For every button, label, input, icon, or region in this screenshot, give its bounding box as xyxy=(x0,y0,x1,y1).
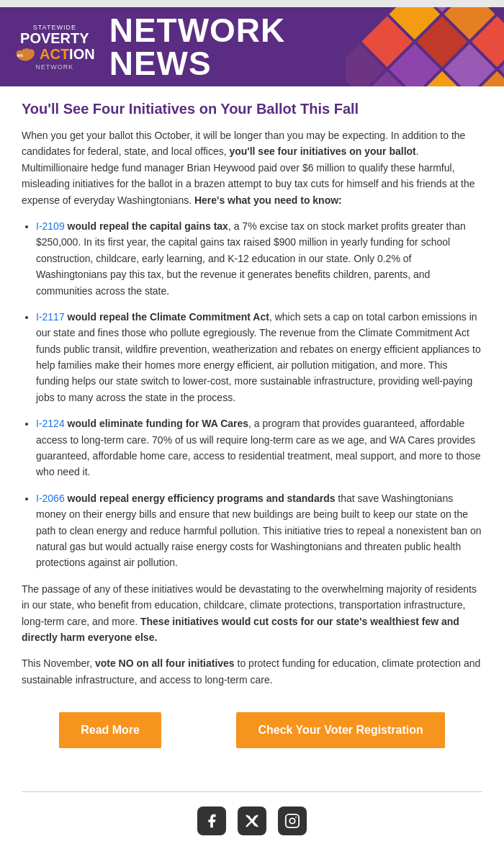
logo-statewide: Statewide xyxy=(33,24,76,31)
facebook-icon[interactable] xyxy=(197,807,226,835)
instagram-icon[interactable] xyxy=(278,807,307,835)
logo-network: NETWORK xyxy=(35,63,73,71)
list-item: I-2066 would repeal energy efficiency pr… xyxy=(36,490,482,571)
list-item: I-2109 would repeal the capital gains ta… xyxy=(36,218,482,299)
button-row: Read More Check Your Voter Registration xyxy=(22,705,482,755)
check-voter-button[interactable]: Check Your Voter Registration xyxy=(236,712,444,748)
intro-bold-1: you'll see four initiatives on your ball… xyxy=(229,145,415,157)
initiatives-list: I-2109 would repeal the capital gains ta… xyxy=(36,218,482,571)
i2109-bold: would repeal the capital gains tax xyxy=(68,220,228,232)
i2117-bold: would repeal the Climate Commitment Act xyxy=(68,311,269,323)
svg-rect-1 xyxy=(286,814,299,827)
article-title: You'll See Four Initiatives on Your Ball… xyxy=(22,101,482,117)
main-content: You'll See Four Initiatives on Your Ball… xyxy=(0,86,504,791)
i2124-link[interactable]: I-2124 xyxy=(36,418,65,429)
intro-bold-2: Here's what you need to know: xyxy=(194,194,342,206)
header-title-block: NETWORK NEWS xyxy=(109,14,504,80)
header-title: NETWORK NEWS xyxy=(109,14,504,80)
i2066-bold: would repeal energy efficiency programs … xyxy=(68,493,336,504)
logo-action: WA ACT ION xyxy=(14,45,95,63)
svg-point-3 xyxy=(295,817,297,818)
logo-act: ACT xyxy=(40,46,69,63)
list-item: I-2117 would repeal the Climate Commitme… xyxy=(36,309,482,405)
cta-normal: This November, xyxy=(22,657,95,669)
i2109-link[interactable]: I-2109 xyxy=(36,220,65,232)
intro-paragraph: When you get your ballot this October, i… xyxy=(22,127,482,208)
logo-poverty: POVERTY xyxy=(20,31,89,45)
header: Statewide POVERTY WA ACT ION NETWORK NET… xyxy=(0,7,504,86)
social-icons xyxy=(22,807,482,835)
svg-text:WA: WA xyxy=(17,53,24,58)
cta-bold: vote NO on all four initiatives xyxy=(95,657,235,669)
i2066-link[interactable]: I-2066 xyxy=(36,493,65,504)
svg-point-2 xyxy=(289,818,294,823)
i2117-link[interactable]: I-2117 xyxy=(36,311,65,323)
logo-block: Statewide POVERTY WA ACT ION NETWORK xyxy=(0,13,109,81)
footer: Statewide Poverty Action Network 1501 N … xyxy=(0,792,504,849)
read-more-button[interactable]: Read More xyxy=(59,712,161,748)
list-item: I-2124 would eliminate funding for WA Ca… xyxy=(36,415,482,480)
twitter-icon[interactable] xyxy=(238,807,266,835)
passage-paragraph: The passage of any of these initiatives … xyxy=(22,581,482,646)
wa-state-icon: WA xyxy=(14,45,36,63)
email-container: Statewide POVERTY WA ACT ION NETWORK NET… xyxy=(0,7,504,849)
logo-ion: ION xyxy=(69,46,95,63)
i2124-bold: would eliminate funding for WA Cares xyxy=(68,418,249,429)
cta-paragraph: This November, vote NO on all four initi… xyxy=(22,655,482,688)
